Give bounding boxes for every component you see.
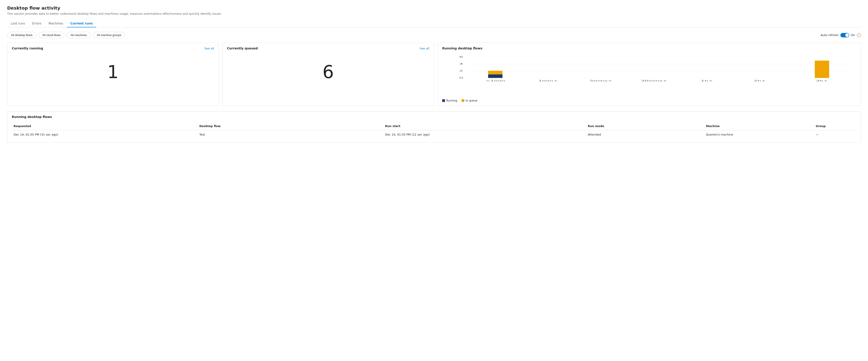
svg-text:30mins+: 30mins+ — [641, 80, 667, 82]
svg-text:0: 0 — [459, 76, 463, 79]
running-table: Requested Desktop flow Run start Run mod… — [12, 122, 856, 139]
svg-rect-10 — [815, 61, 829, 78]
tabs: Last runs Errors Machines Current runs — [7, 20, 861, 27]
tab-errors[interactable]: Errors — [29, 20, 45, 27]
legend-running: Running — [442, 99, 457, 102]
legend-in-queue-label: In queue — [466, 99, 477, 102]
col-header-run-mode: Run mode — [586, 122, 704, 130]
cell-machine: Quentin's machine — [704, 130, 814, 139]
legend-in-queue: In queue — [462, 99, 477, 102]
currently-queued-value: 6 — [227, 53, 429, 91]
auto-refresh-section: Auto refresh On i — [820, 33, 861, 37]
filter-all-cloud-flows[interactable]: All cloud flows — [38, 32, 64, 38]
svg-text:2h+: 2h+ — [754, 80, 766, 82]
col-header-run-start: Run start — [383, 122, 586, 130]
svg-text:2: 2 — [459, 69, 463, 72]
tab-current-runs[interactable]: Current runs — [67, 20, 96, 27]
legend-running-color — [442, 99, 445, 102]
auto-refresh-toggle[interactable] — [840, 33, 849, 37]
legend-running-label: Running — [446, 99, 457, 102]
col-header-group: Group — [814, 122, 856, 130]
running-desktop-flows-card: Running desktop flows 0 2 4 6 — [438, 43, 861, 106]
cell-run-start: Dec 14, 01:55 PM (12 sec ago) — [383, 130, 586, 139]
toggle-thumb — [845, 33, 849, 37]
chart-header: Running desktop flows — [442, 46, 856, 50]
filter-all-desktop-flows[interactable]: All desktop flows — [7, 32, 36, 38]
svg-text:1min+: 1min+ — [538, 80, 558, 82]
currently-queued-see-all[interactable]: See all — [420, 47, 429, 50]
currently-queued-header: Currently queued See all — [227, 46, 429, 50]
currently-running-see-all[interactable]: See all — [204, 47, 214, 50]
svg-text:1h+: 1h+ — [701, 80, 713, 82]
info-icon[interactable]: i — [857, 33, 861, 37]
col-header-machine: Machine — [704, 122, 814, 130]
cell-desktop-flow: Test — [197, 130, 383, 139]
cards-row: Currently running See all 1 Currently qu… — [7, 43, 861, 106]
chart-title: Running desktop flows — [442, 46, 482, 50]
filter-all-machine-groups[interactable]: All machine groups — [93, 32, 125, 38]
page-title: Desktop flow activity — [7, 5, 861, 11]
chart-legend: Running In queue — [442, 99, 856, 102]
running-table-title: Running desktop flows — [12, 115, 856, 119]
cell-requested: Dec 14, 01:55 PM (31 sec ago) — [12, 130, 197, 139]
chart-area: 0 2 4 6 <1min 1min+ 5mins+ — [442, 53, 856, 97]
col-header-requested: Requested — [12, 122, 197, 130]
legend-in-queue-color — [462, 99, 464, 102]
filters-row: All desktop flows All cloud flows All ma… — [7, 32, 861, 38]
currently-running-card: Currently running See all 1 — [7, 43, 219, 106]
currently-running-header: Currently running See all — [12, 46, 214, 50]
cell-group: — — [814, 130, 856, 139]
svg-text:6: 6 — [459, 56, 463, 58]
svg-text:4: 4 — [459, 63, 463, 65]
currently-running-value: 1 — [12, 53, 214, 91]
filter-all-machines[interactable]: All machines — [67, 32, 91, 38]
svg-text:5mins+: 5mins+ — [590, 80, 613, 82]
tab-machines[interactable]: Machines — [45, 20, 67, 27]
col-header-desktop-flow: Desktop flow — [197, 122, 383, 130]
page-subtitle: This section provides data to better und… — [7, 12, 861, 15]
svg-rect-9 — [488, 71, 503, 74]
currently-running-title: Currently running — [12, 46, 43, 50]
running-table-section: Running desktop flows Requested Desktop … — [7, 111, 861, 143]
currently-queued-title: Currently queued — [227, 46, 258, 50]
tab-last-runs[interactable]: Last runs — [7, 20, 29, 27]
svg-text:<1min: <1min — [486, 80, 505, 82]
chart-svg: 0 2 4 6 <1min 1min+ 5mins+ — [449, 55, 854, 88]
cell-run-mode: Attended — [586, 130, 704, 139]
currently-queued-card: Currently queued See all 6 — [222, 43, 434, 106]
svg-rect-8 — [488, 74, 503, 78]
auto-refresh-label: Auto refresh — [820, 33, 838, 37]
auto-refresh-status: On — [851, 33, 855, 37]
table-header-row: Requested Desktop flow Run start Run mod… — [12, 122, 856, 130]
table-row: Dec 14, 01:55 PM (31 sec ago) Test Dec 1… — [12, 130, 856, 139]
svg-text:3h+: 3h+ — [816, 80, 828, 82]
